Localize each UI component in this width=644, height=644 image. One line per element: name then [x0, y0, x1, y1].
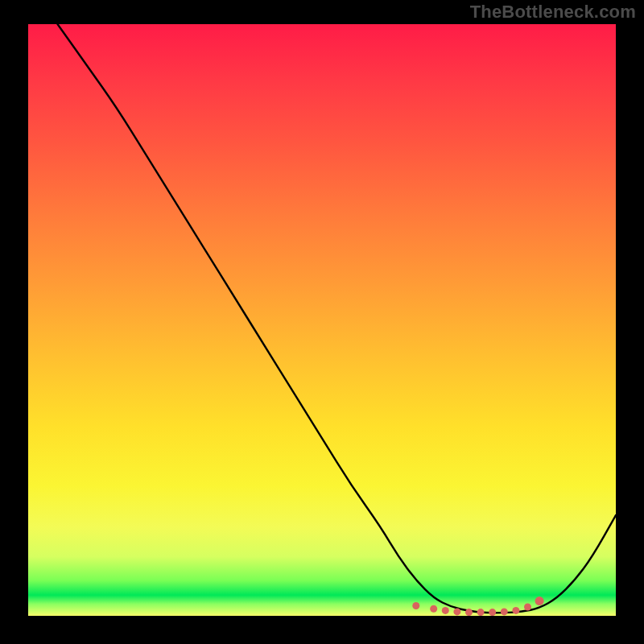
chart-svg — [28, 24, 616, 616]
marker-dot — [453, 608, 460, 615]
marker-dot — [535, 597, 544, 605]
chart-frame: TheBottleneck.com — [0, 0, 644, 644]
plot-area — [28, 24, 616, 616]
bottleneck-curve — [58, 24, 617, 613]
marker-dot — [489, 609, 496, 616]
marker-dot — [512, 607, 519, 614]
marker-dot — [412, 602, 419, 609]
near-zero-markers — [412, 597, 543, 616]
marker-dot — [501, 608, 508, 615]
marker-dot — [477, 609, 485, 616]
marker-dot — [442, 607, 449, 614]
marker-dot — [465, 609, 473, 616]
marker-dot — [430, 605, 437, 613]
watermark-text: TheBottleneck.com — [470, 2, 636, 23]
marker-dot — [524, 604, 531, 611]
